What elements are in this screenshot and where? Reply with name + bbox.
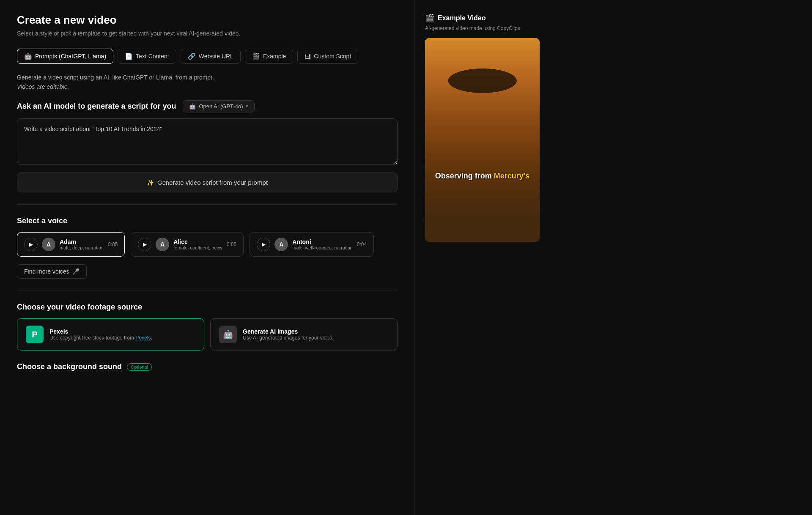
tab-bar: 🤖 Prompts (ChatGPT, Llama) 📄 Text Conten… bbox=[17, 49, 398, 64]
footage-cards: P Pexels Use copyright-free stock footag… bbox=[17, 318, 398, 351]
find-more-voices-button[interactable]: Find more voices 🎤 bbox=[17, 264, 87, 279]
description-line2: Videos are editable. bbox=[17, 83, 398, 90]
ai-model-dropdown[interactable]: 🤖 Open AI (GPT-4o) ▾ bbox=[183, 100, 255, 112]
voice-cards: ▶ A Adam male, deep, narration 0:05 ▶ A … bbox=[17, 232, 398, 257]
chevron-down-icon: ▾ bbox=[246, 104, 248, 109]
play-button-alice[interactable]: ▶ bbox=[138, 238, 151, 251]
footage-card-pexels[interactable]: P Pexels Use copyright-free stock footag… bbox=[17, 318, 204, 351]
tab-prompts[interactable]: 🤖 Prompts (ChatGPT, Llama) bbox=[17, 49, 113, 64]
background-sound-row: Choose a background sound Optional bbox=[17, 362, 398, 371]
ai-model-row: Ask an AI model to generate a script for… bbox=[17, 100, 398, 112]
footage-card-ai-images[interactable]: 🤖 Generate AI Images Use AI-generated im… bbox=[210, 318, 398, 351]
description-line1: Generate a video script using an AI, lik… bbox=[17, 74, 398, 81]
water-ripple bbox=[425, 140, 540, 242]
pexels-desc: Use copyright-free stock footage from Pe… bbox=[49, 335, 152, 341]
divider-2 bbox=[17, 290, 398, 291]
tab-example[interactable]: 🎬 Example bbox=[245, 49, 293, 64]
sidebar-video-icon: 🎬 bbox=[425, 14, 434, 23]
page-subtitle: Select a style or pick a template to get… bbox=[17, 30, 398, 37]
pexels-text: Pexels Use copyright-free stock footage … bbox=[49, 328, 152, 341]
pexels-link[interactable]: Pexels bbox=[135, 335, 151, 341]
divider bbox=[17, 204, 398, 205]
voices-section-title: Select a voice bbox=[17, 216, 398, 225]
voice-card-adam[interactable]: ▶ A Adam male, deep, narration 0:05 bbox=[17, 232, 125, 257]
pexels-icon: P bbox=[26, 326, 44, 343]
ai-model-label: Ask an AI model to generate a script for… bbox=[17, 102, 176, 111]
voice-card-alice[interactable]: ▶ A Alice female, confident, news 0:05 bbox=[131, 232, 244, 257]
avatar-adam: A bbox=[42, 238, 55, 251]
voice-info-adam: Adam male, deep, narration bbox=[60, 238, 104, 250]
sidebar: 🎬 Example Video AI-generated video made … bbox=[414, 0, 550, 515]
page-title: Create a new video bbox=[17, 14, 398, 27]
voice-info-alice: Alice female, confident, news bbox=[173, 238, 222, 250]
video-thumbnail: Observing from Mercury's bbox=[425, 38, 540, 242]
generate-button[interactable]: ✨ Generate video script from your prompt bbox=[17, 173, 398, 192]
tab-text-content[interactable]: 📄 Text Content bbox=[118, 49, 176, 64]
main-content: Create a new video Select a style or pic… bbox=[0, 0, 414, 515]
prompt-textarea[interactable]: Write a video script about "Top 10 AI Tr… bbox=[17, 118, 398, 165]
video-caption: Observing from Mercury's bbox=[435, 172, 529, 181]
play-button-adam[interactable]: ▶ bbox=[24, 238, 38, 251]
text-content-icon: 📄 bbox=[125, 52, 133, 60]
avatar-antoni: A bbox=[274, 238, 288, 251]
openai-icon: 🤖 bbox=[189, 103, 196, 110]
sidebar-header: 🎬 Example Video bbox=[425, 14, 540, 23]
link-icon: 🔗 bbox=[188, 52, 196, 60]
ai-images-text: Generate AI Images Use AI-generated imag… bbox=[243, 328, 334, 341]
custom-script-icon: 🎞 bbox=[304, 53, 311, 60]
play-button-antoni[interactable]: ▶ bbox=[257, 238, 270, 251]
microphone-icon: 🎤 bbox=[72, 268, 80, 275]
footage-section-title: Choose your video footage source bbox=[17, 303, 398, 312]
voice-info-antoni: Antoni male, well-rounded, narration bbox=[292, 238, 352, 250]
sidebar-subtitle: AI-generated video made using CopyClips bbox=[425, 25, 540, 31]
avatar-alice: A bbox=[156, 238, 169, 251]
optional-badge: Optional bbox=[127, 363, 152, 371]
example-icon: 🎬 bbox=[252, 52, 260, 60]
prompts-icon: 🤖 bbox=[24, 52, 32, 60]
video-preview: Observing from Mercury's bbox=[425, 38, 540, 242]
island-shape bbox=[448, 68, 517, 93]
voice-card-antoni[interactable]: ▶ A Antoni male, well-rounded, narration… bbox=[250, 232, 374, 257]
background-sound-title: Choose a background sound bbox=[17, 362, 122, 371]
sparkle-icon: ✨ bbox=[147, 179, 154, 186]
tab-custom-script[interactable]: 🎞 Custom Script bbox=[297, 49, 358, 64]
tab-website-url[interactable]: 🔗 Website URL bbox=[181, 49, 241, 64]
ai-images-icon: 🤖 bbox=[219, 326, 237, 343]
